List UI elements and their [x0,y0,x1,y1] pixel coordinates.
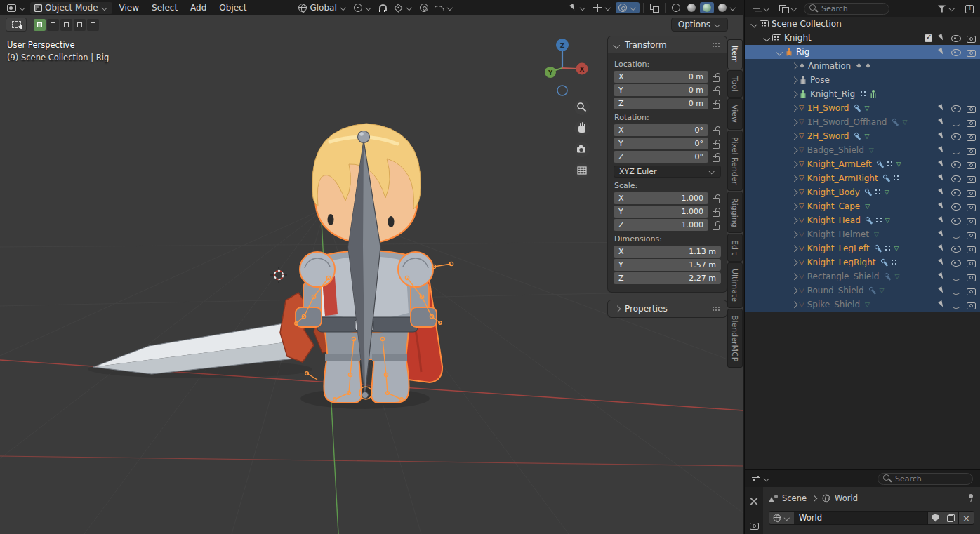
xray-toggle[interactable] [647,2,661,13]
lock-icon[interactable] [712,207,721,216]
render-visibility-icon[interactable] [966,161,976,168]
hide-icon[interactable] [951,175,960,182]
render-visibility-icon[interactable] [966,259,976,267]
selectable-icon[interactable] [938,202,945,211]
selectable-icon[interactable] [938,188,945,196]
proportional-falloff-dropdown[interactable] [432,3,456,13]
select-mode-intersect-button[interactable] [87,19,99,31]
render-visibility-icon[interactable] [966,119,976,126]
expand-icon[interactable] [788,61,799,72]
select-mode-extend-button[interactable] [47,19,59,31]
selectable-icon[interactable] [938,160,945,168]
snap-settings-dropdown[interactable] [391,3,416,13]
hide-icon[interactable] [951,161,960,168]
hide-icon[interactable] [951,217,960,224]
render-visibility-icon[interactable] [966,273,976,281]
render-visibility-icon[interactable] [966,231,976,239]
expand-icon[interactable] [788,300,799,310]
rotation-y-field[interactable]: Y0° [614,138,708,149]
zoom-button[interactable] [574,100,590,115]
expand-icon[interactable] [788,286,799,296]
outliner-row-rectangle-shield[interactable]: ▽ Rectangle_Shield ▽ [745,269,980,283]
selectable-icon[interactable] [938,118,945,126]
outliner-row-rig[interactable]: Rig [745,45,980,59]
render-visibility-icon[interactable] [966,147,976,154]
show-gizmo-dropdown[interactable] [590,2,614,13]
tab-pixel-render[interactable]: Pixel Render [727,131,743,191]
exclude-checkbox[interactable] [925,34,932,42]
properties-search-input[interactable] [895,474,951,483]
outliner-search[interactable] [804,3,889,15]
selectable-icon[interactable] [938,132,945,140]
lock-icon[interactable] [712,152,721,161]
tab-ultimate[interactable]: Ultimate [727,262,743,308]
outliner-search-input[interactable] [821,4,878,13]
tab-tool[interactable]: Tool [727,70,743,98]
expand-icon[interactable] [749,19,760,29]
outliner-row-spike-shield[interactable]: ▽ Spike_Shield ▽ [745,298,980,312]
expand-icon[interactable] [788,131,799,142]
outliner-row-knight-rig[interactable]: Knight_Rig [745,87,980,101]
rotation-mode-dropdown[interactable]: XYZ Euler [614,166,721,178]
selectable-icon[interactable] [938,174,945,182]
selectable-icon[interactable] [938,258,945,267]
expand-icon[interactable] [788,243,799,254]
menu-select[interactable]: Select [146,2,183,13]
render-visibility-icon[interactable] [966,189,976,196]
selectable-icon[interactable] [938,48,945,56]
dimensions-z-field[interactable]: Z2.27 m [614,272,721,284]
outliner-row-knight-head[interactable]: ▽ Knight_Head ▽ [745,213,980,227]
hide-icon[interactable] [951,105,960,112]
dimensions-y-field[interactable]: Y1.57 m [614,259,721,271]
editor-type-button[interactable] [749,4,773,14]
hide-icon[interactable] [951,301,960,308]
selectable-icon[interactable] [938,34,945,42]
tab-rigging[interactable]: Rigging [727,192,743,234]
hide-icon[interactable] [951,189,960,196]
render-visibility-icon[interactable] [966,217,976,225]
outliner-row-knight-body[interactable]: ▽ Knight_Body ▽ [745,185,980,199]
menu-add[interactable]: Add [185,2,212,13]
fake-user-button[interactable] [927,512,943,524]
select-mode-set-button[interactable] [34,19,46,31]
expand-icon[interactable] [788,89,799,100]
tab-blendermcp[interactable]: BlenderMCP [727,309,743,368]
orientation-dropdown[interactable]: Global [296,1,349,14]
lock-icon[interactable] [712,99,721,108]
expand-icon[interactable] [788,201,799,212]
mode-dropdown[interactable]: Object Mode [30,2,112,14]
menu-view[interactable]: View [114,2,145,13]
selectable-icon[interactable] [938,286,945,295]
filter-dropdown[interactable] [935,4,958,14]
select-mode-subtract-button[interactable] [60,19,72,31]
properties-search[interactable] [878,473,973,485]
selectable-icon[interactable] [938,244,945,253]
tab-render-properties[interactable] [746,518,762,532]
hide-icon[interactable] [951,48,960,55]
breadcrumb-scene[interactable]: Scene [782,493,807,503]
scale-y-field[interactable]: Y1.000 [614,206,708,218]
proportional-editing-toggle[interactable] [417,2,431,13]
tab-tool-properties[interactable] [746,494,762,508]
world-name-field[interactable]: World [794,512,927,524]
render-visibility-icon[interactable] [966,105,976,112]
outliner-row-knight-legright[interactable]: ▽ Knight_LegRight [745,255,980,269]
hide-icon[interactable] [951,34,960,41]
render-visibility-icon[interactable] [966,133,976,140]
expand-icon[interactable] [788,173,799,184]
outliner-row-knight-legleft[interactable]: ▽ Knight_LegLeft ▽ [745,241,980,255]
outliner-row-knight-armright[interactable]: ▽ Knight_ArmRight [745,171,980,185]
duplicate-datablock-button[interactable] [943,512,958,524]
outliner-row-scene-collection[interactable]: Scene Collection [745,17,980,31]
rotation-x-field[interactable]: X0° [614,124,708,136]
expand-icon[interactable] [762,33,772,44]
shading-rendered-button[interactable] [715,2,739,13]
render-visibility-icon[interactable] [966,287,976,295]
expand-icon[interactable] [788,117,799,128]
expand-icon[interactable] [788,159,799,170]
pivot-point-dropdown[interactable] [351,2,375,13]
grip-icon[interactable] [712,41,721,48]
scale-z-field[interactable]: Z1.000 [614,219,708,231]
tab-edit[interactable]: Edit [727,234,743,261]
editor-type-button[interactable] [4,3,29,13]
